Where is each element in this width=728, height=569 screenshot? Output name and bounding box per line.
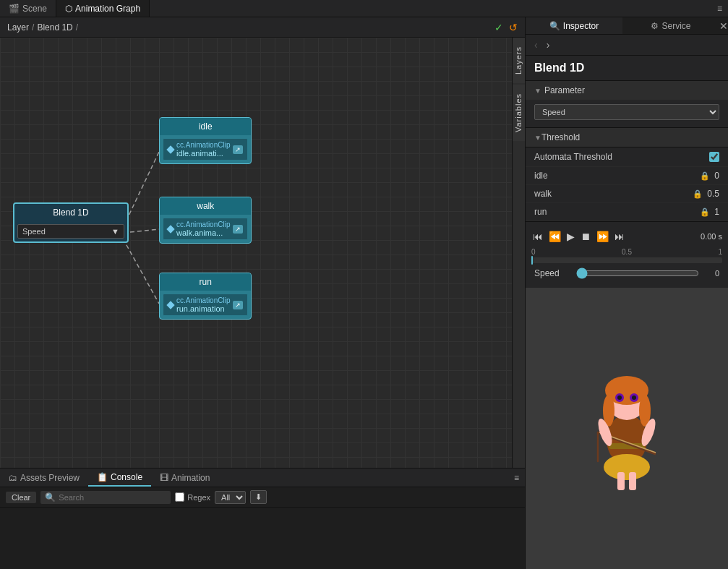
threshold-walk-lock-icon[interactable]: 🔒 [693,189,703,199]
top-tab-bar: 🎬 Scene ⬡ Animation Graph ≡ [0,0,728,17]
right-panel: 🔍 Inspector ⚙ Service ✕ ‹ › Blend 1D ▼ P… [526,17,728,569]
idle-clip-diamond [166,145,174,153]
speed-slider[interactable] [576,268,699,279]
regex-label: Regex [175,492,210,502]
timeline-stop-button[interactable]: ⏹ [579,229,592,244]
parameter-section: ▼ Parameter Speed [526,81,728,128]
blend1d-param-dropdown[interactable]: Speed ▼ [17,224,124,239]
timeline-start-button[interactable]: ⏮ [531,229,544,244]
search-input[interactable] [59,493,166,502]
walk-node[interactable]: walk cc.AnimationClip walk.anima... ↗ [159,197,252,244]
idle-node-body: cc.AnimationClip idle.animati... ↗ [160,135,251,163]
idle-clip-type: cc.AnimationClip [176,141,230,149]
scene-icon: 🎬 [9,4,20,14]
svg-point-13 [604,454,650,480]
tab-animation-label: Animation [171,473,210,483]
refresh-button[interactable]: ↺ [509,22,518,33]
filter-select[interactable]: All [215,491,246,504]
walk-node-title: walk [160,197,251,215]
tab-console[interactable]: 📋 Console [88,469,151,487]
threshold-run-lock-icon[interactable]: 🔒 [700,208,710,217]
breadcrumb-layer[interactable]: Layer [7,22,29,33]
threshold-walk-label: walk [534,189,693,199]
main-area: Layer / Blend 1D / ✓ ↺ Blend 1D [0,17,728,569]
parameter-section-header[interactable]: ▼ Parameter [526,81,728,100]
breadcrumb-blend1d[interactable]: Blend 1D [37,22,72,33]
run-clip-type: cc.AnimationClip [176,296,230,304]
confirm-button[interactable]: ✓ [494,22,503,33]
automata-threshold-row: Automata Threshold [526,147,728,167]
dropdown-arrow-icon: ▼ [111,227,119,236]
svg-point-10 [617,395,622,400]
search-icon: 🔍 [45,492,56,502]
automata-threshold-checkbox[interactable] [709,152,719,162]
threshold-arrow-icon: ▼ [534,134,541,142]
timeline-end-button[interactable]: ⏭ [613,229,626,244]
run-clip-select-icon[interactable]: ↗ [233,301,243,309]
threshold-idle-lock-icon[interactable]: 🔒 [700,171,710,181]
timeline-prev-button[interactable]: ⏪ [547,229,562,244]
animation-graph-canvas[interactable]: Blend 1D Speed ▼ idle cc.AnimationClip i… [0,38,525,468]
walk-clip-select-icon[interactable]: ↗ [233,225,243,234]
parameter-row: Speed [534,104,719,120]
blend1d-node[interactable]: Blend 1D Speed ▼ [13,202,129,243]
parameter-select[interactable]: Speed [534,104,719,120]
regex-checkbox[interactable] [175,492,184,502]
tab-console-label: Console [111,472,142,482]
variables-tab[interactable]: Variables [513,85,525,141]
character-silhouette [554,360,699,497]
animation-icon: 🎞 [160,473,168,483]
tab-service[interactable]: ⚙ Service [622,17,719,34]
threshold-idle-row: idle 🔒 0 [526,167,728,185]
run-node-title: run [160,273,251,291]
svg-rect-15 [629,472,636,490]
tab-animation[interactable]: 🎞 Animation [151,469,218,487]
character-preview [526,288,728,569]
search-box: 🔍 [40,491,171,504]
layers-tab[interactable]: Layers [513,38,525,83]
idle-clip-name: idle.animati... [176,149,230,158]
tab-animation-graph[interactable]: ⬡ Animation Graph [56,0,150,17]
walk-clip-diamond [166,225,174,233]
tab-assets-preview-label: Assets Preview [20,473,80,483]
inspector-nav: ‹ › [526,35,728,56]
threshold-walk-value: 0.5 [707,189,719,199]
threshold-run-value: 1 [714,207,719,217]
bottom-content[interactable] [0,508,525,569]
animation-graph-icon: ⬡ [65,4,72,14]
clear-button[interactable]: Clear [6,492,36,503]
timeline-track[interactable] [531,257,722,263]
marker-0: 0 [531,248,536,256]
run-node[interactable]: run cc.AnimationClip run.animation ↗ [159,273,252,320]
left-panel: Layer / Blend 1D / ✓ ↺ Blend 1D [0,17,526,569]
timeline-play-button[interactable]: ▶ [565,229,576,244]
threshold-section-header[interactable]: ▼ Threshold [526,128,728,147]
tab-inspector[interactable]: 🔍 Inspector [526,17,622,34]
run-node-body: cc.AnimationClip run.animation ↗ [160,291,251,319]
svg-point-11 [632,395,636,400]
idle-node[interactable]: idle cc.AnimationClip idle.animati... ↗ [159,117,252,164]
tabs-menu-button[interactable]: ≡ [711,4,728,14]
breadcrumb-actions: ✓ ↺ [494,22,518,33]
tab-scene-label: Scene [22,4,47,14]
console-icon: 📋 [97,472,108,482]
threshold-idle-label: idle [534,171,700,181]
bottom-tab-menu[interactable]: ≡ [508,473,525,483]
nav-back-button[interactable]: ‹ [531,38,541,52]
timeline-next-button[interactable]: ⏩ [595,229,610,244]
walk-clip-type: cc.AnimationClip [176,221,230,228]
bottom-tab-bar: 🗂 Assets Preview 📋 Console 🎞 Animation ≡ [0,469,525,487]
idle-clip-select-icon[interactable]: ↗ [233,145,243,154]
run-clip-diamond [166,301,174,309]
nav-forward-button[interactable]: › [544,38,553,52]
tab-service-label: Service [661,21,690,31]
tab-scene[interactable]: 🎬 Scene [0,0,56,17]
export-button[interactable]: ⬇ [250,490,267,504]
speed-row: Speed 0 [526,263,728,283]
inspector-title: Blend 1D [526,56,728,81]
tab-assets-preview[interactable]: 🗂 Assets Preview [0,469,88,487]
assets-preview-icon: 🗂 [9,473,17,483]
inspector-close-button[interactable]: ✕ [719,20,728,32]
bottom-panel: 🗂 Assets Preview 📋 Console 🎞 Animation ≡… [0,468,525,569]
walk-clip-name: walk.anima... [176,228,230,237]
